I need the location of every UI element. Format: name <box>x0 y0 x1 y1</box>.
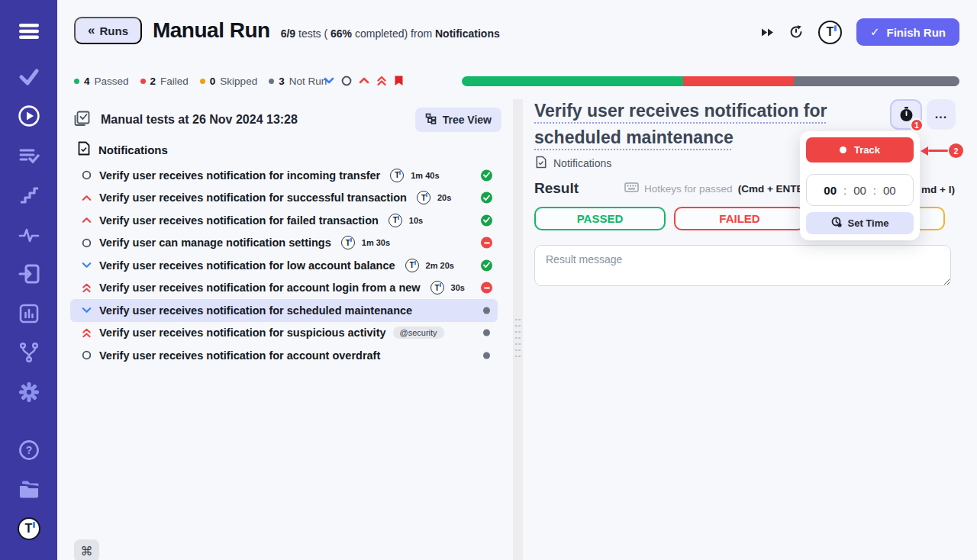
hours-input[interactable]: 00 <box>824 184 837 197</box>
priority-normal-circle-icon[interactable] <box>341 76 352 86</box>
analytics-chart-icon[interactable] <box>17 301 40 325</box>
priority-normal-icon <box>81 170 92 180</box>
time-tracking-popup: Track 00 : 00 : 00 Set Time <box>800 131 920 240</box>
priority-low-icon <box>81 307 92 314</box>
status-dot-icon <box>74 79 79 84</box>
priority-normal-icon <box>81 238 92 248</box>
not-run-dot-icon <box>483 330 490 336</box>
passed-check-icon <box>481 192 492 204</box>
progress-segment <box>794 76 959 86</box>
passed-button[interactable]: PASSED <box>534 207 666 230</box>
result-message-input[interactable] <box>534 245 951 286</box>
test-plans-icon[interactable] <box>17 144 40 168</box>
progress-segment <box>683 76 794 86</box>
test-row[interactable]: Verify user receives notification for sc… <box>70 299 498 322</box>
back-to-runs-button[interactable]: « Runs <box>74 17 142 44</box>
test-title: Verify user receives notification for sc… <box>99 304 412 317</box>
status-count: 2Failed <box>140 76 189 87</box>
testomat-logo-icon: T <box>389 214 402 227</box>
branch-merge-icon[interactable] <box>17 340 40 364</box>
status-counts: 4Passed2Failed0Skipped3Not Run <box>74 76 327 87</box>
test-duration: 1m 40s <box>411 171 439 180</box>
testomat-logo-icon: T <box>405 259 419 272</box>
failed-button[interactable]: FAILED <box>674 207 805 230</box>
priority-low-chevron-down-icon[interactable] <box>324 77 334 84</box>
testomat-logo-icon[interactable]: T <box>17 517 40 540</box>
splitter-grip-icon <box>514 317 521 361</box>
test-title: Verify user receives notification for su… <box>99 327 386 339</box>
page-title: Manual Run <box>153 18 270 43</box>
panel-resize-splitter[interactable] <box>513 99 523 560</box>
tests-check-icon[interactable] <box>17 65 40 89</box>
settings-gear-icon[interactable] <box>17 380 40 404</box>
annotation-badge-2: 2 <box>949 143 963 158</box>
help-question-icon[interactable]: ? <box>17 438 40 462</box>
priority-normal-icon <box>81 350 92 360</box>
annotation-badge-1: 1 <box>910 118 924 132</box>
bookmark-flag-icon[interactable] <box>394 75 404 86</box>
test-row[interactable]: Verify user receives notification for fa… <box>70 209 498 232</box>
hamburger-menu-icon[interactable] <box>17 19 40 43</box>
fast-forward-icon[interactable] <box>761 27 774 37</box>
test-row[interactable]: Verify user receives notification for su… <box>70 322 498 345</box>
suite-header[interactable]: Notifications <box>78 141 168 158</box>
priority-high-icon <box>81 217 92 224</box>
test-row[interactable]: Verify user receives notification for in… <box>70 164 498 187</box>
test-title: Verify user can manage notification sett… <box>99 237 331 249</box>
import-login-icon[interactable] <box>17 262 40 285</box>
set-time-button[interactable]: Set Time <box>806 212 914 234</box>
test-tag-badge: @security <box>393 327 444 339</box>
arrow-head-icon <box>921 146 928 156</box>
status-dot-icon <box>269 79 274 84</box>
priority-critical-icon <box>81 328 92 338</box>
time-input-group: 00 : 00 : 00 <box>806 174 914 206</box>
failed-minus-icon <box>481 282 492 294</box>
testomat-logo-icon: T <box>430 281 444 294</box>
status-count: 0Skipped <box>200 76 257 87</box>
hotkeys-command-button[interactable]: ⌘ <box>74 539 99 560</box>
status-count: 3Not Run <box>269 76 327 87</box>
status-dot-icon <box>140 79 146 84</box>
priority-high-icon <box>81 195 92 201</box>
minutes-input[interactable]: 00 <box>853 184 866 197</box>
priority-critical-icon <box>81 283 92 293</box>
passed-check-icon <box>481 214 492 226</box>
finish-run-button[interactable]: ✓ Finish Run <box>856 18 959 46</box>
priority-filter-icons <box>324 75 404 86</box>
page-header: « Runs Manual Run 6/9 tests ( 66% comple… <box>74 17 500 44</box>
not-run-dot-icon <box>483 352 490 359</box>
test-title: Verify user receives notification for ac… <box>99 349 380 362</box>
run-progress-subtitle: 6/9 tests ( 66% completed) from Notifica… <box>281 27 500 40</box>
passed-check-icon <box>481 259 492 271</box>
test-row[interactable]: Verify user receives notification for lo… <box>70 254 498 277</box>
hotkeys-hint-fragment: md + I) <box>921 184 955 195</box>
seconds-input[interactable]: 00 <box>883 184 896 197</box>
priority-critical-double-chevron-icon[interactable] <box>376 76 387 86</box>
track-record-button[interactable]: Track <box>806 137 914 163</box>
projects-folder-icon[interactable] <box>17 478 40 501</box>
test-row[interactable]: Verify user receives notification for su… <box>70 187 498 210</box>
failed-minus-icon <box>481 237 492 249</box>
detail-breadcrumb[interactable]: Notifications <box>536 156 611 171</box>
test-title: Verify user receives notification for fa… <box>99 214 379 227</box>
more-options-button[interactable]: ... <box>927 99 956 130</box>
milestones-steps-icon[interactable] <box>17 183 40 207</box>
testomat-logo-icon: T <box>390 169 404 182</box>
priority-low-icon <box>81 262 92 269</box>
priority-high-chevron-up-icon[interactable] <box>359 77 369 84</box>
test-duration: 10s <box>409 216 423 225</box>
not-run-dot-icon <box>483 307 490 314</box>
tree-view-button[interactable]: Tree View <box>415 108 501 132</box>
left-nav-rail: ? T <box>0 0 57 560</box>
test-duration: 30s <box>451 283 465 292</box>
test-title: Verify user receives notification for lo… <box>99 259 395 272</box>
runs-play-icon[interactable] <box>17 104 40 127</box>
run-name: Manual tests at 26 Nov 2024 13:28 <box>101 113 405 127</box>
keyboard-icon <box>624 182 639 195</box>
pulse-activity-icon[interactable] <box>17 223 40 246</box>
test-row[interactable]: Verify user receives notification for ac… <box>70 277 498 300</box>
timer-history-icon[interactable] <box>788 24 804 40</box>
testomat-logo-icon: T <box>417 191 430 204</box>
test-row[interactable]: Verify user receives notification for ac… <box>70 344 498 367</box>
test-row[interactable]: Verify user can manage notification sett… <box>70 232 498 255</box>
